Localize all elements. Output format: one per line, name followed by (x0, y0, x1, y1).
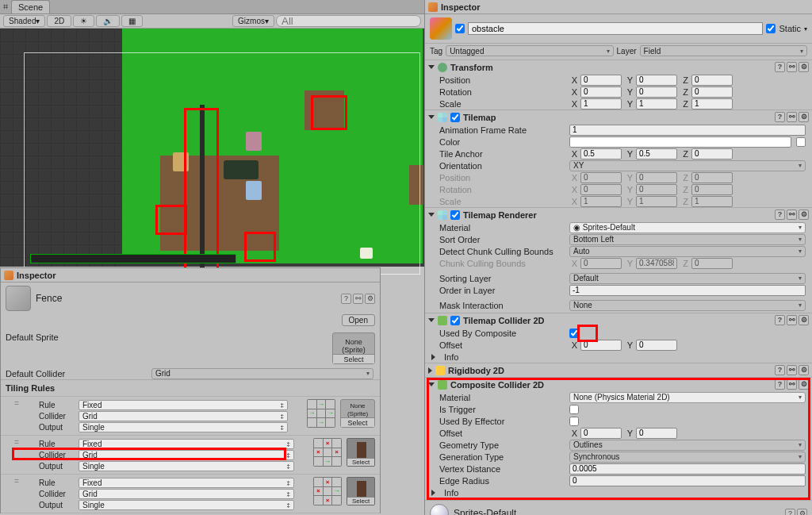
neighbor-grid[interactable]: ××→× (313, 477, 342, 505)
oil-input[interactable] (569, 285, 806, 296)
help-icon[interactable]: ? (775, 112, 785, 122)
rule-block: = RuleFixed ColliderGrid OutputSingle ××… (1, 435, 380, 474)
ccb-z (691, 258, 733, 269)
rot-z[interactable] (691, 86, 733, 98)
layer-dropdown[interactable]: Field (640, 45, 807, 56)
scale-z[interactable] (691, 98, 733, 110)
scene-tab[interactable]: Scene (11, 0, 50, 13)
gear-icon[interactable]: ⚙ (797, 509, 807, 516)
scale-y[interactable] (636, 98, 677, 110)
offset-y[interactable] (636, 340, 677, 351)
drag-handle[interactable]: = (13, 438, 20, 447)
preset-icon[interactable]: ⚯ (353, 294, 363, 304)
help-icon[interactable]: ? (341, 294, 351, 304)
collider-label: Collider (39, 412, 74, 421)
drag-handle[interactable]: = (13, 399, 20, 408)
camera-frame (24, 52, 420, 275)
tag-dropdown[interactable]: Untagged (446, 45, 613, 56)
output-dropdown[interactable]: Single (79, 461, 294, 471)
transform-header[interactable]: Transform?⚯⚙ (425, 60, 812, 74)
rule-sprite-thumb[interactable]: Select (347, 438, 375, 467)
output-dropdown[interactable]: Single (79, 500, 294, 510)
default-sprite-slot[interactable]: None (Sprite)Select (332, 332, 375, 364)
preset-icon[interactable]: ⚯ (787, 315, 797, 325)
anchor-y[interactable] (636, 148, 677, 159)
lighting-icon[interactable]: ☀ (73, 15, 94, 27)
rule-dropdown[interactable]: Fixed (79, 478, 294, 488)
gameobject-name-input[interactable] (468, 22, 763, 35)
highlight-box (577, 325, 598, 342)
neighbor-grid[interactable]: ×××→ (313, 438, 342, 467)
static-dropdown[interactable]: ▾ (804, 25, 807, 33)
tc2d-enabled[interactable] (450, 316, 460, 325)
eyedropper-icon[interactable] (796, 137, 806, 147)
scale-x[interactable] (580, 98, 622, 110)
sort-dropdown[interactable]: Bottom Left (569, 234, 806, 245)
tilemap-enabled[interactable] (450, 113, 460, 122)
pos-z[interactable] (691, 75, 733, 86)
fx-icon[interactable]: ▦ (121, 15, 143, 27)
output-dropdown[interactable]: Single (79, 422, 288, 432)
preset-icon[interactable]: ⚯ (787, 209, 797, 220)
default-collider-dropdown[interactable]: Grid (151, 368, 373, 379)
tilemap-header[interactable]: Tilemap?⚯⚙ (425, 110, 812, 124)
expand-icon[interactable] (431, 354, 435, 360)
anchor-z[interactable] (691, 148, 733, 159)
rot-x[interactable] (580, 86, 622, 98)
collider-dropdown[interactable]: Grid (79, 411, 288, 421)
rule-dropdown[interactable]: Fixed (79, 400, 288, 410)
expand-icon (428, 367, 432, 374)
gizmos-dropdown[interactable]: Gizmos ▾ (232, 15, 274, 27)
pos-y[interactable] (636, 75, 677, 86)
mi-dropdown[interactable]: None (569, 300, 806, 311)
gear-icon[interactable]: ⚙ (799, 315, 809, 325)
neighbor-grid[interactable]: →→→→ (307, 399, 335, 428)
2d-toggle[interactable]: 2D (47, 15, 71, 27)
collider-dropdown[interactable]: Grid (79, 489, 294, 499)
preset-icon[interactable]: ⚯ (787, 62, 797, 72)
shading-dropdown[interactable]: Shaded ▾ (3, 15, 45, 27)
inspector-tab-left[interactable]: Inspector (1, 268, 380, 282)
audio-icon[interactable]: 🔊 (96, 15, 120, 27)
active-checkbox[interactable] (455, 24, 465, 33)
preset-icon[interactable]: ⚯ (787, 112, 797, 122)
tmr-header[interactable]: Tilemap Renderer?⚯⚙ (425, 208, 812, 221)
preset-icon[interactable]: ⚯ (787, 365, 797, 375)
orient-dropdown[interactable]: XY (569, 160, 806, 171)
material-field[interactable]: ◉ Sprites-Default (569, 222, 806, 233)
rb2d-header[interactable]: Rigidbody 2D?⚯⚙ (425, 363, 812, 377)
highlight-box (155, 205, 187, 235)
drag-handle[interactable]: = (13, 477, 20, 486)
anchor-x[interactable] (580, 148, 622, 159)
gear-icon[interactable]: ⚙ (365, 294, 375, 304)
tc2d-header[interactable]: Tilemap Collider 2D?⚯⚙ (425, 313, 812, 327)
info-label[interactable]: Info (444, 352, 458, 362)
sl-dropdown[interactable]: Default (569, 273, 806, 284)
gear-icon[interactable]: ⚙ (799, 62, 809, 72)
rotation-label: Rotation (439, 87, 566, 97)
anchor-label: Tile Anchor (439, 149, 566, 159)
tmr-enabled[interactable] (450, 210, 460, 220)
help-icon[interactable]: ? (775, 315, 785, 325)
pos-x[interactable] (580, 75, 622, 86)
help-icon[interactable]: ? (775, 365, 785, 375)
rule-sprite-thumb[interactable]: Select (347, 477, 375, 505)
rule-sprite-slot[interactable]: None (Sprite)Select (340, 399, 375, 428)
dccb-dropdown[interactable]: Auto (569, 246, 806, 257)
help-icon[interactable]: ? (785, 509, 795, 516)
gear-icon[interactable]: ⚙ (799, 112, 809, 122)
rule-block: = RuleFixed ColliderGrid OutputSingle →→… (1, 396, 380, 435)
inspector-tab-right[interactable]: Inspector (425, 0, 812, 14)
help-icon[interactable]: ? (775, 62, 785, 72)
static-checkbox[interactable] (766, 24, 776, 33)
color-field[interactable] (569, 136, 791, 148)
help-icon[interactable]: ? (775, 209, 785, 220)
open-button[interactable]: Open (342, 314, 375, 326)
afr-input[interactable] (569, 125, 806, 136)
scene-search[interactable] (276, 15, 421, 27)
rot-y[interactable] (636, 86, 677, 98)
gear-icon[interactable]: ⚙ (799, 365, 809, 375)
scene-viewport[interactable] (0, 29, 424, 267)
gear-icon[interactable]: ⚙ (799, 209, 809, 220)
mi-label: Mask Interaction (439, 301, 566, 310)
